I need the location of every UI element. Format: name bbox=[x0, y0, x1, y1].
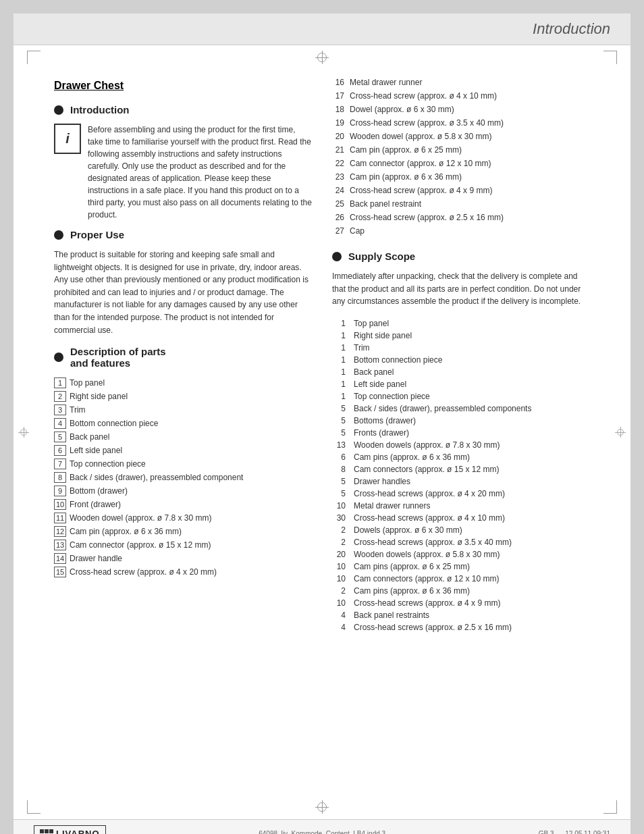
supply-qty: 30 bbox=[332, 512, 346, 524]
page-info: GB 3 bbox=[539, 830, 554, 834]
supply-qty: 2 bbox=[332, 536, 346, 548]
corner-mark-top-left bbox=[27, 51, 41, 64]
list-item: 21Cam pin (approx. ø 6 x 25 mm) bbox=[332, 144, 590, 156]
part-label: Bottom (drawer) bbox=[70, 485, 128, 497]
part-number: 5 bbox=[54, 432, 66, 442]
supply-qty: 5 bbox=[332, 427, 346, 439]
list-item: 24Cross-head screw (approx. ø 4 x 9 mm) bbox=[332, 184, 590, 197]
part-number: 27 bbox=[332, 225, 344, 237]
list-item: 2Right side panel bbox=[54, 390, 312, 402]
list-item: 19Cross-head screw (approx. ø 3.5 x 40 m… bbox=[332, 117, 590, 129]
doc-title: Drawer Chest bbox=[54, 80, 312, 92]
supply-label: Cam pins (approx. ø 6 x 36 mm) bbox=[354, 585, 470, 597]
main-content: Drawer Chest Introduction Before assembl… bbox=[14, 70, 630, 795]
part-label: Cam pin (approx. ø 6 x 36 mm) bbox=[350, 171, 462, 183]
list-item: 11Wooden dowel (approx. ø 7.8 x 30 mm) bbox=[54, 512, 312, 524]
part-number: 11 bbox=[54, 513, 66, 523]
center-mark-bottom bbox=[315, 800, 329, 814]
part-label: Right side panel bbox=[70, 390, 128, 402]
part-label: Metal drawer runner bbox=[350, 76, 422, 88]
part-number: 17 bbox=[332, 90, 344, 102]
description-heading: Description of partsand features bbox=[54, 346, 312, 369]
supply-label: Cross-head screws (approx. ø 4 x 10 mm) bbox=[354, 512, 505, 524]
list-item: 2Dowels (approx. ø 6 x 30 mm) bbox=[332, 524, 590, 536]
supply-qty: 1 bbox=[332, 317, 346, 330]
list-item: 9Bottom (drawer) bbox=[54, 485, 312, 497]
list-item: 6Left side panel bbox=[54, 444, 312, 457]
part-number: 24 bbox=[332, 184, 344, 197]
info-box: Before assembling and using the product … bbox=[54, 124, 312, 221]
list-item: 10Cam connectors (approx. ø 12 x 10 mm) bbox=[332, 573, 590, 585]
list-item: 26Cross-head screw (approx. ø 2.5 x 16 m… bbox=[332, 211, 590, 224]
footer-left: LIVARNO bbox=[34, 825, 106, 834]
list-item: 30Cross-head screws (approx. ø 4 x 10 mm… bbox=[332, 512, 590, 524]
supply-label: Fronts (drawer) bbox=[354, 427, 409, 439]
proper-use-heading: Proper Use bbox=[54, 229, 312, 240]
supply-qty: 10 bbox=[332, 561, 346, 573]
list-item: 1Top connection piece bbox=[332, 390, 590, 402]
list-item: 27Cap bbox=[332, 225, 590, 237]
part-number: 19 bbox=[332, 117, 344, 129]
header-bar: Introduction bbox=[14, 14, 630, 45]
supply-qty: 20 bbox=[332, 548, 346, 561]
bullet-icon bbox=[54, 105, 63, 115]
supply-qty: 10 bbox=[332, 573, 346, 585]
list-item: 6Cam pins (approx. ø 6 x 36 mm) bbox=[332, 451, 590, 463]
supply-label: Top connection piece bbox=[354, 390, 430, 402]
proper-use-text: The product is suitable for storing and … bbox=[54, 249, 312, 336]
livarno-logo: LIVARNO bbox=[34, 825, 106, 834]
list-item: 22Cam connector (approx. ø 12 x 10 mm) bbox=[332, 157, 590, 170]
supply-qty: 10 bbox=[332, 500, 346, 512]
supply-label: Cross-head screws (approx. ø 3.5 x 40 mm… bbox=[354, 536, 512, 548]
right-parts-list: 16Metal drawer runner17Cross-head screw … bbox=[332, 76, 590, 237]
part-label: Cam connector (approx. ø 12 x 10 mm) bbox=[350, 157, 491, 170]
supply-qty: 5 bbox=[332, 402, 346, 415]
part-label: Cam pin (approx. ø 6 x 25 mm) bbox=[350, 144, 462, 156]
supply-qty: 6 bbox=[332, 451, 346, 463]
supply-label: Cross-head screws (approx. ø 4 x 9 mm) bbox=[354, 597, 500, 609]
supply-qty: 1 bbox=[332, 354, 346, 366]
part-number: 6 bbox=[54, 445, 66, 456]
part-label: Drawer handle bbox=[70, 552, 122, 565]
list-item: 3Trim bbox=[54, 404, 312, 416]
supply-label: Metal drawer runners bbox=[354, 500, 430, 512]
part-label: Cross-head screw (approx. ø 3.5 x 40 mm) bbox=[350, 117, 504, 129]
supply-qty: 4 bbox=[332, 609, 346, 621]
part-number: 14 bbox=[54, 553, 66, 564]
part-label: Trim bbox=[70, 404, 86, 416]
list-item: 5Cross-head screws (approx. ø 4 x 20 mm) bbox=[332, 488, 590, 500]
list-item: 5Back panel bbox=[54, 431, 312, 443]
supply-qty: 5 bbox=[332, 475, 346, 488]
part-number: 20 bbox=[332, 130, 344, 142]
list-item: 14Drawer handle bbox=[54, 552, 312, 565]
supply-label: Bottom connection piece bbox=[354, 354, 442, 366]
part-label: Back / sides (drawer), preassembled comp… bbox=[70, 471, 243, 484]
supply-qty: 13 bbox=[332, 439, 346, 451]
part-label: Cross-head screw (approx. ø 2.5 x 16 mm) bbox=[350, 211, 504, 224]
supply-qty: 2 bbox=[332, 524, 346, 536]
part-label: Cam pin (approx. ø 6 x 36 mm) bbox=[70, 525, 182, 538]
center-mark-top bbox=[315, 51, 329, 64]
supply-scope-intro: Immediately after unpacking, check that … bbox=[332, 270, 590, 308]
part-number: 26 bbox=[332, 211, 344, 224]
logo-cell-2 bbox=[45, 829, 49, 833]
part-number: 22 bbox=[332, 157, 344, 170]
list-item: 10Front (drawer) bbox=[54, 498, 312, 511]
supply-label: Wooden dowels (approx. ø 7.8 x 30 mm) bbox=[354, 439, 500, 451]
part-label: Cross-head screw (approx. ø 4 x 20 mm) bbox=[70, 566, 217, 578]
part-number: 8 bbox=[54, 472, 66, 483]
introduction-text: Before assembling and using the product … bbox=[88, 124, 312, 221]
part-label: Top panel bbox=[70, 377, 105, 389]
supply-qty: 10 bbox=[332, 597, 346, 609]
supply-label: Cam connectors (approx. ø 15 x 12 mm) bbox=[354, 463, 499, 475]
list-item: 23Cam pin (approx. ø 6 x 36 mm) bbox=[332, 171, 590, 183]
part-number: 18 bbox=[332, 103, 344, 115]
list-item: 15Cross-head screw (approx. ø 4 x 20 mm) bbox=[54, 566, 312, 578]
part-label: Cap bbox=[350, 225, 365, 237]
list-item: 1Back panel bbox=[332, 366, 590, 378]
list-item: 17Cross-head screw (approx. ø 4 x 10 mm) bbox=[332, 90, 590, 102]
part-label: Top connection piece bbox=[70, 458, 146, 470]
part-label: Back panel restraint bbox=[350, 198, 421, 210]
supply-qty: 5 bbox=[332, 415, 346, 427]
info-icon bbox=[54, 124, 81, 154]
